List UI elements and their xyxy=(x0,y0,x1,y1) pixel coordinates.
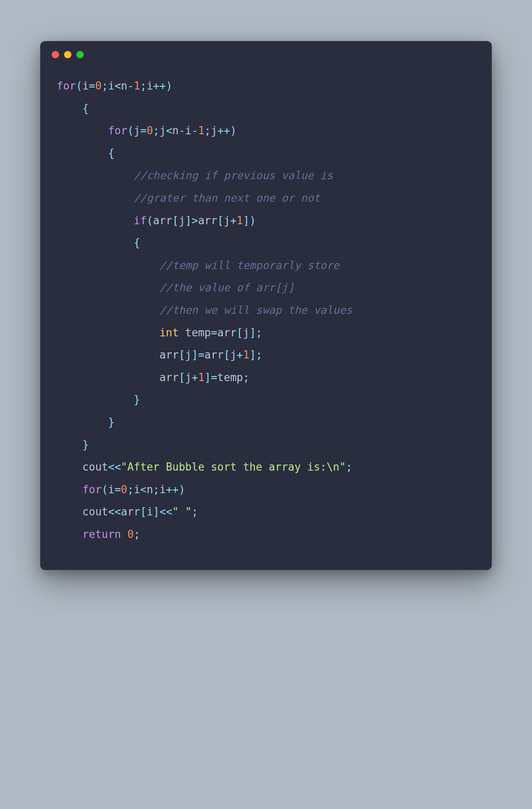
code-line: //grater than next one or not xyxy=(57,187,475,209)
code-token xyxy=(57,528,83,540)
code-line: { xyxy=(57,232,475,254)
code-token: ++ xyxy=(166,483,179,496)
code-token: < xyxy=(115,80,121,92)
code-snippet: for(i=0;i<n-1;i++) { for(j=0;j<n-i-1;j++… xyxy=(40,58,492,545)
code-token: j xyxy=(159,124,166,137)
code-token: i xyxy=(108,80,115,92)
code-window: for(i=0;i<n-1;i++) { for(j=0;j<n-i-1;j++… xyxy=(40,41,492,570)
code-token: ) xyxy=(250,214,256,227)
code-token: arr xyxy=(57,371,179,384)
code-token: ] xyxy=(250,349,256,361)
code-token: + xyxy=(192,371,198,384)
code-token: } xyxy=(108,416,115,428)
code-token: ] xyxy=(250,326,256,339)
code-token: [ xyxy=(179,371,185,384)
code-token: = xyxy=(211,371,218,384)
code-line: return 0; xyxy=(57,523,475,546)
code-token: "After Bubble sort the array is:\n" xyxy=(121,461,346,473)
code-token: ) xyxy=(166,80,172,92)
code-token: //the value of arr[j] xyxy=(159,281,294,294)
close-icon[interactable] xyxy=(52,51,59,58)
code-token: ] xyxy=(204,371,211,384)
code-token xyxy=(57,416,108,428)
code-token: ++ xyxy=(217,124,230,137)
code-token: j xyxy=(185,349,192,361)
code-token: i xyxy=(83,80,89,92)
code-token: temp xyxy=(217,371,243,384)
code-token: cout xyxy=(57,506,108,518)
code-line: arr[j]=arr[j+1]; xyxy=(57,344,475,366)
code-token: i xyxy=(185,124,192,137)
code-token: ] xyxy=(243,214,250,227)
code-line: { xyxy=(57,97,475,120)
code-token: + xyxy=(230,214,237,227)
code-token: [ xyxy=(224,349,230,361)
code-token: i xyxy=(134,483,140,496)
zoom-icon[interactable] xyxy=(76,51,84,58)
code-token: { xyxy=(108,147,115,159)
code-token: [ xyxy=(217,214,224,227)
code-token: arr xyxy=(198,214,217,227)
code-token: ; xyxy=(256,326,262,339)
code-token xyxy=(57,326,159,339)
code-token: 0 xyxy=(127,528,134,540)
code-token: 0 xyxy=(121,483,128,496)
code-line: //checking if previous value is xyxy=(57,164,475,187)
code-token: ++ xyxy=(153,80,166,92)
code-token: j xyxy=(211,124,218,137)
code-token: //temp will temporarly store xyxy=(159,259,339,271)
code-token: ; xyxy=(140,80,147,92)
code-line: //temp will temporarly store xyxy=(57,254,475,277)
code-line: } xyxy=(57,388,475,411)
code-token xyxy=(57,214,134,227)
code-token: arr xyxy=(121,506,140,518)
code-token xyxy=(57,393,134,406)
code-token: < xyxy=(140,483,147,496)
code-token: ] xyxy=(153,506,160,518)
code-token: ; xyxy=(192,506,198,518)
code-token: //checking if previous value is xyxy=(134,169,333,182)
code-token: i xyxy=(108,483,115,496)
code-token: ] xyxy=(192,349,198,361)
code-token: ) xyxy=(230,124,237,137)
code-token: i xyxy=(160,483,166,496)
code-token: temp xyxy=(179,326,211,339)
code-token: { xyxy=(83,102,89,115)
code-token xyxy=(57,304,159,316)
code-token: return xyxy=(83,528,121,540)
code-token: 1 xyxy=(243,349,250,361)
code-token: = xyxy=(211,326,218,339)
code-token: 1 xyxy=(134,80,140,92)
code-token: ; xyxy=(134,528,140,540)
code-token: ; xyxy=(204,124,211,137)
code-token: j xyxy=(179,214,185,227)
code-token xyxy=(57,237,134,249)
code-token: arr xyxy=(204,349,224,361)
code-line: for(j=0;j<n-i-1;j++) xyxy=(57,120,475,142)
code-token: 1 xyxy=(198,124,204,137)
code-token: ; xyxy=(243,371,250,384)
code-token: int xyxy=(159,326,179,339)
code-token xyxy=(57,124,108,137)
code-token: ( xyxy=(76,80,83,92)
code-token: n xyxy=(147,483,153,496)
code-token: ] xyxy=(185,214,192,227)
code-token xyxy=(57,281,159,294)
code-token: ( xyxy=(102,483,108,496)
code-token: 1 xyxy=(198,371,204,384)
code-line: for(i=0;i<n-1;i++) xyxy=(57,75,475,97)
code-token xyxy=(57,259,159,271)
code-token: ( xyxy=(127,124,134,137)
code-token: = xyxy=(115,483,121,496)
minimize-icon[interactable] xyxy=(64,51,71,58)
code-token: for xyxy=(83,483,102,496)
code-token: j xyxy=(224,214,230,227)
code-token: ) xyxy=(179,483,185,496)
code-token: ( xyxy=(147,214,153,227)
code-line: for(i=0;i<n;i++) xyxy=(57,478,475,501)
code-token: ; xyxy=(102,80,108,92)
code-token: [ xyxy=(236,326,243,339)
code-token: " " xyxy=(172,506,192,518)
code-token: - xyxy=(127,80,134,92)
code-line: int temp=arr[j]; xyxy=(57,322,475,344)
